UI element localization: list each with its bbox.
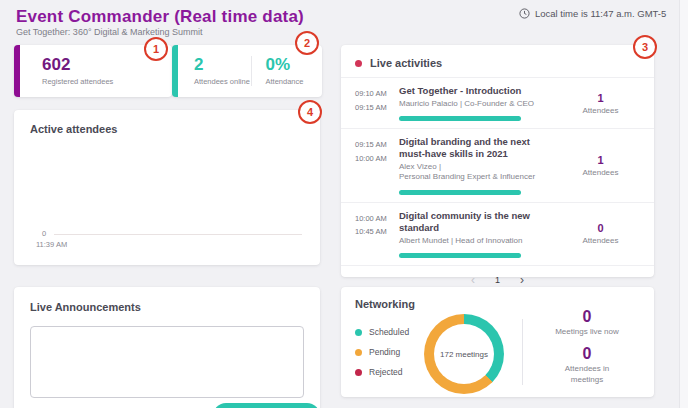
scheduled-dot-icon: [355, 329, 362, 336]
activity-end: 10:45 AM: [355, 225, 399, 239]
networking-panel: Networking Scheduled Pending Rejected 17…: [341, 287, 654, 397]
activity-start: 10:00 AM: [355, 212, 399, 226]
pending-dot-icon: [355, 349, 362, 356]
local-time: Local time is 11:47 a.m. GMT-5: [519, 8, 666, 19]
activity-times: 09:10 AM 09:15 AM: [355, 85, 399, 121]
activity-attendee-count: 1: [597, 92, 603, 104]
donut-center-label: 172 meetings: [440, 350, 488, 359]
activity-row[interactable]: 10:00 AM 10:45 AM Digital community is t…: [341, 202, 654, 265]
active-attendees-panel: Active attendees 0 11:39 AM: [14, 110, 320, 265]
registered-count: 602: [42, 56, 113, 75]
activity-end: 09:15 AM: [355, 101, 399, 115]
online-label: Attendees online: [194, 77, 251, 86]
legend-label: Rejected: [369, 367, 403, 377]
pagination-next-button[interactable]: ›: [516, 274, 528, 286]
attendance-label: Attendance: [266, 77, 323, 86]
activity-progress-bar: [399, 253, 521, 258]
live-activities-title: Live activities: [370, 57, 442, 69]
activity-speaker: Mauricio Palacio | Co-Founder & CEO: [399, 99, 553, 109]
live-announcements-title: Live Announcements: [30, 301, 141, 313]
attendance-percent: 0%: [266, 56, 323, 75]
meetings-live-stat: 0 Meetings live now: [552, 309, 622, 337]
scrollbar[interactable]: [679, 0, 688, 408]
legend-label: Scheduled: [369, 327, 409, 337]
event-commander-dashboard: Event Commander (Real time data) Get Tog…: [0, 0, 688, 408]
activity-times: 10:00 AM 10:45 AM: [355, 210, 399, 258]
local-time-label: Local time is 11:47 a.m. GMT-5: [535, 8, 666, 19]
activity-row[interactable]: 09:15 AM 10:00 AM Digital branding and t…: [341, 128, 654, 202]
send-announcement-button[interactable]: [213, 403, 320, 408]
activity-attendee-label: Attendees: [582, 106, 618, 115]
networking-legend: Scheduled Pending Rejected: [355, 327, 409, 377]
activity-speaker-line2: Personal Branding Expert & Influencer: [399, 172, 553, 182]
attendees-in-meetings-label: Attendees in meetings: [552, 364, 622, 385]
chart-y-tick: 0: [42, 229, 46, 238]
legend-label: Pending: [369, 347, 400, 357]
chart-axis-line: [54, 234, 302, 235]
activity-attendee-count: 0: [597, 222, 603, 234]
rejected-dot-icon: [355, 369, 362, 376]
meetings-donut-chart: 172 meetings: [424, 314, 504, 394]
event-subtitle: Get Together: 360° Digital & Marketing S…: [16, 27, 203, 37]
meetings-live-count: 0: [583, 309, 592, 325]
page-title: Event Commander (Real time data): [16, 7, 304, 27]
activity-attendee-count: 1: [597, 154, 603, 166]
activity-title: Digital branding and the next must-have …: [399, 136, 553, 160]
annotation-badge-2: 2: [295, 31, 319, 55]
live-indicator-icon: [355, 60, 362, 67]
clock-icon: [519, 8, 530, 19]
annotation-badge-3: 3: [633, 35, 657, 59]
activity-speaker-line1: Alex Vizeo |: [399, 162, 553, 172]
active-attendees-title: Active attendees: [30, 123, 117, 135]
pagination-page-number: 1: [495, 275, 500, 285]
live-activities-panel: Live activities 09:10 AM 09:15 AM Get To…: [341, 45, 654, 277]
live-announcements-panel: Live Announcements: [14, 287, 320, 408]
activity-speaker: Albert Mundet | Head of Innovation: [399, 236, 553, 246]
legend-item-pending: Pending: [355, 347, 409, 357]
activity-progress-bar: [399, 116, 521, 121]
pagination-prev-button[interactable]: ‹: [467, 274, 479, 286]
activity-title: Get Together - Introduction: [399, 85, 553, 97]
activity-speaker: Alex Vizeo | Personal Branding Expert & …: [399, 162, 553, 183]
activity-end: 10:00 AM: [355, 152, 399, 166]
chart-x-tick: 11:39 AM: [36, 240, 67, 249]
activity-title: Digital community is the new standard: [399, 210, 553, 234]
activity-progress-bar: [399, 190, 521, 195]
activity-times: 09:15 AM 10:00 AM: [355, 136, 399, 195]
legend-item-scheduled: Scheduled: [355, 327, 409, 337]
networking-divider: [522, 319, 523, 385]
online-count: 2: [194, 56, 251, 75]
activity-attendee-label: Attendees: [582, 168, 618, 177]
activity-start: 09:10 AM: [355, 87, 399, 101]
announcement-input[interactable]: [30, 326, 304, 398]
annotation-badge-4: 4: [298, 100, 322, 124]
attendees-in-meetings-stat: 0 Attendees in meetings: [552, 346, 622, 385]
annotation-badge-1: 1: [144, 37, 168, 61]
networking-title: Networking: [355, 298, 415, 310]
activity-start: 09:15 AM: [355, 138, 399, 152]
activity-attendee-label: Attendees: [582, 236, 618, 245]
activity-row[interactable]: 09:10 AM 09:15 AM Get Together - Introdu…: [341, 77, 654, 128]
attendees-in-meetings-count: 0: [583, 346, 592, 362]
legend-item-rejected: Rejected: [355, 367, 409, 377]
meetings-live-label: Meetings live now: [552, 327, 622, 337]
registered-label: Registered attendees: [42, 77, 113, 86]
